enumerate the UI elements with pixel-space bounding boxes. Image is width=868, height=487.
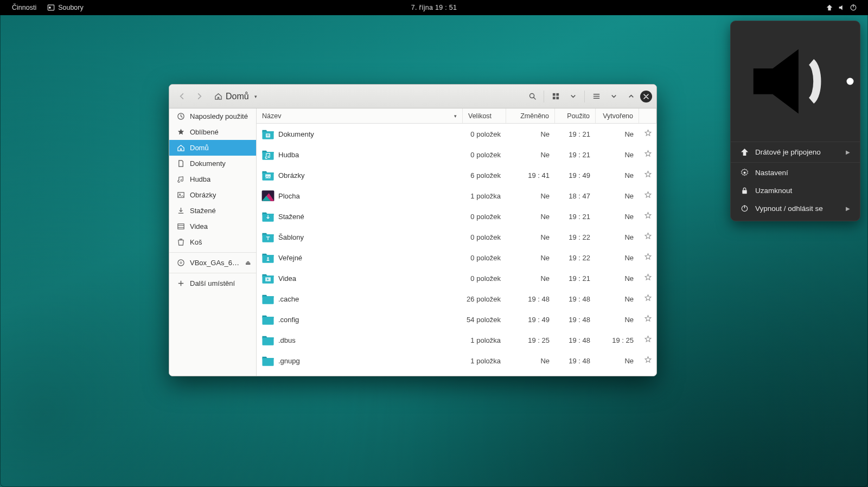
sidebar-item-pictures[interactable]: Obrázky: [169, 187, 256, 203]
sidebar-item-documents[interactable]: Dokumenty: [169, 156, 256, 171]
menu-item-label: Uzamknout: [755, 187, 792, 195]
file-row[interactable]: Plocha1 položkaNe18 : 47Ne: [257, 185, 656, 206]
active-app-label: Soubory: [58, 4, 84, 11]
hamburger-menu-button[interactable]: [588, 88, 604, 105]
star-toggle[interactable]: [639, 253, 656, 262]
star-toggle[interactable]: [639, 212, 656, 221]
file-row[interactable]: Šablony0 položekNe19 : 22Ne: [257, 227, 656, 247]
chevron-right-icon: ▶: [846, 149, 850, 155]
file-size: 6 položek: [463, 171, 506, 180]
sidebar-item-recent[interactable]: Naposledy použité: [169, 108, 256, 124]
svg-rect-14: [178, 193, 184, 197]
sidebar-item-downloads[interactable]: Stažené: [169, 203, 256, 219]
sidebar-item-videos[interactable]: Videa: [169, 219, 256, 234]
svg-point-4: [743, 171, 745, 174]
active-app-menu[interactable]: Soubory: [43, 3, 88, 12]
svg-rect-7: [744, 205, 745, 208]
eject-icon[interactable]: ⏏: [245, 259, 251, 266]
svg-point-18: [180, 262, 182, 264]
star-toggle[interactable]: [639, 335, 656, 345]
star-icon: [177, 128, 185, 136]
file-created: Ne: [596, 254, 639, 262]
file-created: 19 : 25: [596, 336, 639, 344]
menu-item-power[interactable]: Vypnout / odhlásit se ▶: [731, 200, 860, 217]
file-row[interactable]: Videa0 položekNe19 : 21Ne: [257, 268, 656, 289]
sidebar-item-label: Stažené: [190, 207, 216, 215]
file-row[interactable]: Veřejné0 položekNe19 : 22Ne: [257, 247, 656, 268]
maximize-button[interactable]: [623, 88, 639, 105]
file-row[interactable]: Dokumenty0 položekNe19 : 21Ne: [257, 124, 656, 144]
sidebar-item-label: Obrázky: [190, 191, 216, 199]
file-name: Dokumenty: [278, 130, 314, 138]
volume-indicator-icon[interactable]: [838, 4, 845, 11]
star-toggle[interactable]: [639, 150, 656, 159]
column-header-created[interactable]: Vytvořeno: [596, 108, 639, 123]
file-name: Stažené: [278, 213, 304, 221]
column-header-changed[interactable]: Změněno: [506, 108, 555, 123]
file-changed: 19 : 25: [506, 336, 555, 344]
menu-item-lock[interactable]: Uzamknout: [731, 182, 860, 200]
file-used: 19 : 21: [555, 213, 596, 221]
view-grid-button[interactable]: [547, 88, 564, 105]
back-button[interactable]: [174, 88, 190, 105]
files-window: Domů ▾ Naposledy použité Oblíbené Domů D…: [169, 84, 657, 376]
forward-button[interactable]: [191, 88, 207, 105]
column-header-name[interactable]: Název▾: [257, 108, 463, 123]
column-header-size[interactable]: Velikost: [463, 108, 506, 123]
svg-point-17: [178, 260, 184, 266]
file-row[interactable]: Stažené0 položekNe19 : 21Ne: [257, 206, 656, 227]
column-headers: Název▾ Velikost Změněno Použito Vytvořen…: [257, 108, 656, 124]
star-toggle[interactable]: [639, 232, 656, 242]
file-row[interactable]: .config54 položek19 : 4919 : 48Ne: [257, 309, 656, 330]
menu-separator: [731, 162, 860, 163]
sidebar-item-trash[interactable]: Koš: [169, 234, 256, 250]
file-row[interactable]: .dbus1 položka19 : 2519 : 4819 : 25: [257, 330, 656, 350]
power-indicator-icon[interactable]: [850, 4, 857, 11]
column-header-star[interactable]: [639, 108, 656, 123]
sidebar-item-other-locations[interactable]: Další umístění: [169, 275, 256, 291]
network-indicator-icon[interactable]: [826, 4, 833, 11]
star-toggle[interactable]: [639, 170, 656, 180]
file-changed: Ne: [506, 274, 555, 283]
folder-icon: [261, 312, 275, 326]
star-toggle[interactable]: [639, 191, 656, 201]
sidebar-item-vbox-disc[interactable]: VBox_GAs_6.…⏏: [169, 255, 256, 271]
file-rows: Dokumenty0 položekNe19 : 21NeHudba0 polo…: [257, 124, 656, 376]
videos-icon: [177, 222, 185, 230]
file-row[interactable]: Hudba0 položekNe19 : 21Ne: [257, 144, 656, 165]
column-header-used[interactable]: Použito: [555, 108, 596, 123]
file-used: 19 : 48: [555, 357, 596, 365]
file-size: 0 položek: [463, 254, 506, 262]
path-bar[interactable]: Domů ▾: [209, 89, 263, 104]
file-size: 1 položka: [463, 336, 506, 344]
sidebar-item-starred[interactable]: Oblíbené: [169, 124, 256, 140]
menu-item-settings[interactable]: Nastavení: [731, 164, 860, 182]
view-options-button[interactable]: [565, 88, 581, 105]
sidebar-item-home[interactable]: Domů: [169, 140, 256, 156]
chevron-right-icon: ▶: [846, 206, 850, 212]
activities-button[interactable]: Činnosti: [8, 3, 41, 12]
search-button[interactable]: [524, 88, 540, 105]
star-toggle[interactable]: [639, 356, 656, 366]
clock[interactable]: 7. října 19 : 51: [411, 4, 457, 11]
file-created: Ne: [596, 171, 639, 180]
sidebar-item-label: Videa: [190, 222, 208, 230]
trash-icon: [177, 238, 185, 246]
minimize-button[interactable]: [605, 88, 622, 105]
file-name: Hudba: [278, 151, 299, 159]
file-used: 19 : 22: [555, 254, 596, 262]
sidebar-item-music[interactable]: Hudba: [169, 171, 256, 187]
star-toggle[interactable]: [639, 273, 656, 283]
star-toggle[interactable]: [639, 294, 656, 304]
star-toggle[interactable]: [639, 129, 656, 139]
music-icon: [177, 175, 185, 183]
file-row[interactable]: .cache26 položek19 : 4819 : 48Ne: [257, 289, 656, 309]
star-toggle[interactable]: [639, 315, 656, 324]
file-row[interactable]: .gnupg1 položkaNe19 : 48Ne: [257, 350, 656, 371]
menu-item-network[interactable]: Drátové je připojeno ▶: [731, 143, 860, 161]
file-row[interactable]: Obrázky6 položek19 : 4119 : 49Ne: [257, 165, 656, 185]
sidebar-item-label: Naposledy použité: [190, 112, 248, 120]
svg-rect-5: [742, 190, 746, 194]
close-button[interactable]: [640, 91, 652, 102]
clock-icon: [177, 112, 185, 120]
